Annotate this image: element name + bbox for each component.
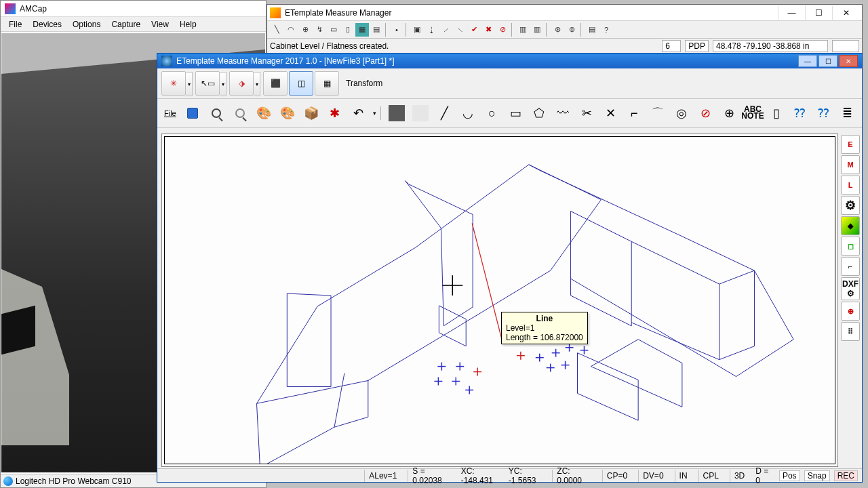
tool-grid-icon[interactable]: ▦ bbox=[355, 23, 369, 37]
tool-check-icon[interactable]: ▤ bbox=[370, 23, 383, 37]
tool-flag-icon[interactable]: ▯ bbox=[341, 23, 355, 37]
menu-view[interactable]: View bbox=[146, 18, 174, 31]
etemplate-main-titlebar[interactable]: ETemplate Measure Manager 2017 1.0 - [Ne… bbox=[157, 54, 862, 68]
axes-tool-button[interactable]: ✳▾ bbox=[161, 71, 186, 96]
trim-button[interactable]: ✂ bbox=[575, 102, 598, 125]
draw-rect-button[interactable]: ▭ bbox=[504, 102, 527, 125]
maximize-button[interactable]: ☐ bbox=[818, 55, 837, 67]
transform-label[interactable]: Transform bbox=[340, 79, 388, 88]
color-light-swatch[interactable] bbox=[409, 102, 432, 125]
amcap-status-device: Logitech HD Pro Webcam C910 bbox=[16, 476, 132, 486]
palette2-button[interactable]: 🎨 bbox=[276, 102, 299, 125]
draw-poly-button[interactable]: ⬠ bbox=[528, 102, 551, 125]
amcap-app-icon bbox=[5, 3, 16, 14]
menu-capture[interactable]: Capture bbox=[106, 18, 146, 31]
color-dark-swatch[interactable] bbox=[385, 102, 408, 125]
side-corner-button[interactable]: ⌐ bbox=[841, 257, 860, 276]
status-rec[interactable]: REC bbox=[834, 470, 858, 481]
menu-file[interactable]: File bbox=[3, 18, 27, 31]
amcap-menubar: File Devices Options Capture View Help bbox=[1, 17, 266, 32]
etemplate-top-title: ETemplate Measure Manager bbox=[285, 8, 391, 18]
tool-list-icon[interactable]: ▤ bbox=[585, 23, 599, 37]
status-yc: YC: -1.5653 bbox=[509, 466, 545, 485]
tool-arc-icon[interactable]: ◠ bbox=[284, 23, 298, 37]
maximize-button[interactable]: ☐ bbox=[805, 6, 832, 20]
help1-button[interactable]: ⁇ bbox=[789, 102, 812, 125]
status-pos[interactable]: Pos bbox=[779, 470, 800, 481]
draw-line-button[interactable]: ╱ bbox=[433, 102, 456, 125]
abc-note-button[interactable]: ABCNOTE bbox=[741, 102, 764, 125]
tool-line-icon[interactable]: ╲ bbox=[270, 23, 283, 37]
tool-block2-icon[interactable]: ▥ bbox=[530, 23, 544, 37]
dropdown-icon[interactable]: ▾ bbox=[220, 72, 226, 96]
help2-button[interactable]: ⁇ bbox=[812, 102, 835, 125]
layers-button[interactable]: ≣ bbox=[836, 102, 859, 125]
side-color-button[interactable]: ◆ bbox=[841, 216, 860, 235]
minimize-button[interactable]: — bbox=[798, 55, 817, 67]
dropdown-icon[interactable]: ▾ bbox=[186, 72, 193, 96]
minimize-button[interactable]: — bbox=[778, 6, 805, 20]
side-m-button[interactable]: M bbox=[841, 155, 860, 174]
status-snap[interactable]: Snap bbox=[804, 470, 830, 481]
tool-nosign-icon[interactable]: ⊘ bbox=[496, 23, 509, 37]
page-button[interactable]: ▯ bbox=[765, 102, 788, 125]
side-dxf-button[interactable]: DXF⚙ bbox=[841, 277, 860, 300]
tool-select-icon[interactable]: ▣ bbox=[410, 23, 424, 37]
intersect-button[interactable]: ✕ bbox=[599, 102, 622, 125]
box3d-button[interactable]: 📦 bbox=[300, 102, 323, 125]
tool-measure1-icon[interactable]: ⭭ bbox=[425, 23, 438, 37]
tool-cancel-icon[interactable]: ✖ bbox=[481, 23, 495, 37]
extract-tool-button[interactable]: ⬗▾ bbox=[229, 71, 254, 96]
menu-help[interactable]: Help bbox=[174, 18, 202, 31]
amcap-titlebar[interactable]: AMCap bbox=[1, 1, 266, 17]
undo-button[interactable]: ↶ bbox=[347, 102, 370, 125]
status-xc: XC: -148.431 bbox=[461, 466, 502, 485]
delete-button[interactable]: ✱ bbox=[323, 102, 347, 125]
drawing-viewport[interactable]: Line Level=1 Length = 106.872000 bbox=[161, 134, 838, 467]
tool-polyline-icon[interactable]: ↯ bbox=[313, 23, 326, 37]
box-tool-button[interactable]: ⬛ bbox=[263, 71, 288, 96]
dropdown-small-icon[interactable]: ▾ bbox=[370, 102, 378, 125]
status-num-field[interactable]: 6 bbox=[662, 40, 681, 52]
tool-compass2-icon[interactable]: ⊚ bbox=[565, 23, 578, 37]
tool-measure2-icon[interactable]: ⟋ bbox=[439, 23, 452, 37]
tool-compass-icon[interactable]: ⊛ bbox=[551, 23, 564, 37]
stop-button[interactable]: ⊘ bbox=[694, 102, 717, 125]
corner-button[interactable]: ⌐ bbox=[623, 102, 646, 125]
side-target-button[interactable]: ⊕ bbox=[841, 302, 860, 321]
fillet-button[interactable]: ⌒ bbox=[646, 102, 669, 125]
side-gear-button[interactable]: ⚙ bbox=[841, 196, 860, 215]
zoom-window-button[interactable] bbox=[205, 102, 228, 125]
tool-help-icon[interactable]: ? bbox=[599, 23, 613, 37]
tool-measure3-icon[interactable]: ⟍ bbox=[453, 23, 467, 37]
iso-view-button[interactable]: ◫ bbox=[289, 71, 313, 96]
close-button[interactable]: ✕ bbox=[832, 6, 859, 20]
file-menu[interactable]: File bbox=[160, 109, 180, 117]
side-dots-button[interactable]: ⠿ bbox=[841, 322, 860, 341]
side-e-button[interactable]: E bbox=[841, 135, 860, 154]
side-frame-button[interactable]: ◻ bbox=[841, 237, 860, 256]
target-button[interactable]: ⊕ bbox=[717, 102, 741, 125]
etemplate-top-titlebar[interactable]: ETemplate Measure Manager — ☐ ✕ bbox=[267, 5, 862, 21]
tool-rect-icon[interactable]: ▭ bbox=[327, 23, 340, 37]
side-l-button[interactable]: L bbox=[841, 176, 860, 195]
offset-button[interactable]: ◎ bbox=[670, 102, 693, 125]
tool-point-icon[interactable]: • bbox=[390, 23, 403, 37]
palette-button[interactable]: 🎨 bbox=[252, 102, 275, 125]
status-cp: CP=0 bbox=[602, 470, 631, 482]
dropdown-icon[interactable]: ▾ bbox=[254, 72, 260, 96]
draw-circle-button[interactable]: ○ bbox=[480, 102, 503, 125]
tool-circle-target-icon[interactable]: ⊕ bbox=[298, 23, 312, 37]
tool-check2-icon[interactable]: ✔ bbox=[467, 23, 481, 37]
selected-line bbox=[472, 223, 502, 339]
draw-spline-button[interactable]: 〰 bbox=[551, 102, 574, 125]
zoom-extents-button[interactable] bbox=[229, 102, 252, 125]
menu-options[interactable]: Options bbox=[67, 18, 106, 31]
draw-arc-button[interactable]: ◡ bbox=[456, 102, 479, 125]
save-button[interactable] bbox=[181, 102, 204, 125]
grid-view-button[interactable]: ▦ bbox=[315, 71, 339, 96]
close-button[interactable]: ✕ bbox=[839, 55, 858, 67]
tool-block1-icon[interactable]: ▥ bbox=[516, 23, 530, 37]
pointer-tool-button[interactable]: ↖▭▾ bbox=[195, 71, 220, 96]
menu-devices[interactable]: Devices bbox=[27, 18, 67, 31]
